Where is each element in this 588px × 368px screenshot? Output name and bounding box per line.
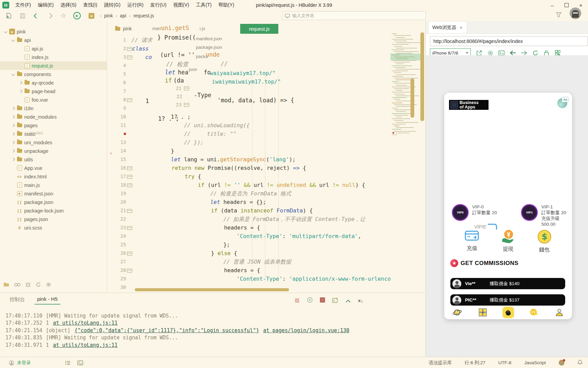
- save-button[interactable]: [18, 12, 27, 20]
- menu-工具[interactable]: 工具(T): [192, 1, 215, 10]
- chevron-right-icon[interactable]: [10, 124, 16, 127]
- refresh-icon[interactable]: [36, 282, 41, 289]
- user-avatar[interactable]: [570, 8, 581, 19]
- tree-item-request.js[interactable]: Jrequest.js: [0, 61, 107, 70]
- code-line-7[interactable]: 7: [107, 87, 425, 95]
- chevron-right-icon[interactable]: [10, 141, 16, 144]
- tab-grid-icon[interactable]: [477, 307, 489, 318]
- tree-item-package.json[interactable]: [ ]package.json: [0, 198, 107, 206]
- code-line-25[interactable]: 25 };: [107, 240, 425, 249]
- tree-item-package-lock.json[interactable]: [ ]package-lock.json: [0, 206, 107, 215]
- language-mode[interactable]: JavaScript: [524, 360, 546, 365]
- back-button[interactable]: [31, 12, 41, 20]
- run-button[interactable]: ▶: [72, 12, 82, 20]
- menu-查找[interactable]: 查找(I): [80, 1, 100, 10]
- breadcrumb-project[interactable]: pink: [104, 13, 113, 18]
- collapse-icon[interactable]: [345, 298, 351, 304]
- terminal-icon[interactable]: [332, 297, 338, 304]
- fold-icon[interactable]: [127, 183, 132, 187]
- fold-icon[interactable]: [127, 226, 132, 230]
- tab-chat-icon[interactable]: [528, 307, 540, 318]
- menu-文件[interactable]: 文件(F): [12, 1, 34, 10]
- tree-item-uni.scss[interactable]: Suni.scss: [0, 223, 107, 232]
- commission-row[interactable]: PIC**獲取佣金 $137: [450, 294, 565, 306]
- debug-icon[interactable]: [294, 297, 300, 304]
- tree-item-node_modules[interactable]: node_modules: [0, 113, 107, 121]
- menu-选择[interactable]: 选择(S): [57, 1, 80, 10]
- menu-跳转[interactable]: 跳转(G): [100, 1, 124, 10]
- stop-icon[interactable]: [320, 297, 325, 304]
- terminal-status-icon[interactable]: [77, 360, 83, 365]
- tab-planet-icon[interactable]: [451, 307, 463, 318]
- horizontal-scrollbar[interactable]: [135, 288, 289, 291]
- encoding[interactable]: UTF-8: [498, 360, 511, 365]
- tree-item-foo.vue[interactable]: Vfoo.vue: [0, 95, 107, 104]
- tree-item-index.html[interactable]: <>index.html: [0, 172, 107, 181]
- cursor-position[interactable]: 行:6 列:27: [465, 360, 485, 366]
- forward-button[interactable]: [45, 12, 55, 20]
- close-tab-icon[interactable]: ×: [460, 25, 463, 30]
- tree-item-manifest.json[interactable]: ◉manifest.json: [0, 189, 107, 198]
- folders-icon[interactable]: [3, 282, 9, 289]
- language-button[interactable]: Aa: [557, 98, 567, 108]
- menu-编辑[interactable]: 编辑(E): [34, 1, 57, 10]
- fold-icon[interactable]: [127, 252, 132, 255]
- code-line-10[interactable]: 10 1? . ;: [107, 113, 425, 121]
- fold-icon[interactable]: [127, 47, 132, 51]
- wallet-button[interactable]: $ 錢包: [532, 229, 556, 253]
- notifications-bell-icon[interactable]: [577, 359, 583, 366]
- vip1-card[interactable]: VIP1 VIP-1 訂單數量 20 充值升級 500.00: [521, 204, 572, 227]
- breadcrumb-folder[interactable]: api: [120, 13, 126, 18]
- log-link[interactable]: at utils/toLang.js:11: [53, 342, 118, 348]
- tree-item-api[interactable]: api: [0, 36, 107, 44]
- chevron-right-icon[interactable]: [10, 107, 16, 109]
- syntax-hint-lib[interactable]: 语法提示库: [429, 360, 452, 366]
- menu-视图[interactable]: 视图(V): [170, 1, 193, 10]
- breadcrumb-file[interactable]: request.js: [133, 13, 154, 18]
- chevron-right-icon[interactable]: [10, 116, 16, 118]
- code-line-21[interactable]: 21 if (data instanceof FormData) {: [107, 206, 425, 215]
- tree-item-uni_modules[interactable]: uni_modules: [0, 138, 107, 147]
- account-icon[interactable]: [9, 360, 14, 366]
- chevron-down-icon[interactable]: [10, 39, 16, 41]
- console-tab-pink-h5[interactable]: pink - H5: [34, 296, 60, 305]
- code-line-3[interactable]: 3 co: [107, 53, 425, 61]
- outline-icon[interactable]: [65, 360, 71, 365]
- tree-item-static[interactable]: statici_rules: [0, 130, 107, 138]
- vertical-scrollbar[interactable]: [420, 32, 424, 121]
- menu-运行[interactable]: 运行(R): [124, 1, 147, 10]
- tree-item-main.js[interactable]: Jmain.js: [0, 181, 107, 189]
- code-line-20[interactable]: 20 let headers = {};: [107, 198, 425, 206]
- tree-item-components[interactable]: components: [0, 70, 107, 78]
- tab-profile-icon[interactable]: [554, 307, 565, 318]
- withdraw-button[interactable]: 提現: [496, 229, 520, 253]
- chevron-right-icon[interactable]: [10, 150, 16, 152]
- tab-hand-icon[interactable]: [502, 307, 514, 318]
- code-line-13[interactable]: 13 // });: [107, 138, 425, 147]
- code-line-2[interactable]: 2class: [107, 44, 425, 53]
- restart-icon[interactable]: [307, 297, 313, 304]
- fold-icon[interactable]: [127, 209, 132, 213]
- minimap[interactable]: [392, 32, 421, 159]
- preview-icon[interactable]: [14, 282, 20, 289]
- log-link[interactable]: at pages/login/login.vue:130: [263, 327, 349, 334]
- tree-item-api.js[interactable]: Japi.js: [0, 44, 107, 53]
- code-line-14[interactable]: 14 }: [107, 147, 425, 155]
- minimize-button[interactable]: –: [545, 0, 559, 10]
- log-link[interactable]: {"code":0,"data":{"user_id":1117},"info"…: [75, 327, 259, 334]
- update-badge-icon[interactable]: [559, 360, 564, 366]
- code-line-19[interactable]: 19 // 检查是否为 FormData 格式: [107, 189, 425, 198]
- tree-item-pages[interactable]: pages: [0, 121, 107, 130]
- code-line-23[interactable]: 23 headers = {: [107, 223, 425, 232]
- chevron-right-icon[interactable]: [10, 158, 16, 161]
- menu-发行[interactable]: 发行(U): [147, 1, 170, 10]
- code-line-11[interactable]: 11 // uni.showLoading({: [107, 121, 425, 130]
- close-console-icon[interactable]: ×↓: [358, 298, 363, 304]
- log-link[interactable]: at utils/toLang.js:11: [53, 320, 118, 326]
- chevron-right-icon[interactable]: [10, 133, 16, 135]
- settings-icon[interactable]: [46, 282, 51, 289]
- tree-item-App.vue[interactable]: VApp.vue: [0, 164, 107, 172]
- code-line-18[interactable]: 18 if (url != '' && url != undefined && …: [107, 181, 425, 189]
- code-line-24[interactable]: 24 'Content-Type': 'multipart/form-data'…: [107, 232, 425, 240]
- fold-icon[interactable]: [127, 98, 132, 102]
